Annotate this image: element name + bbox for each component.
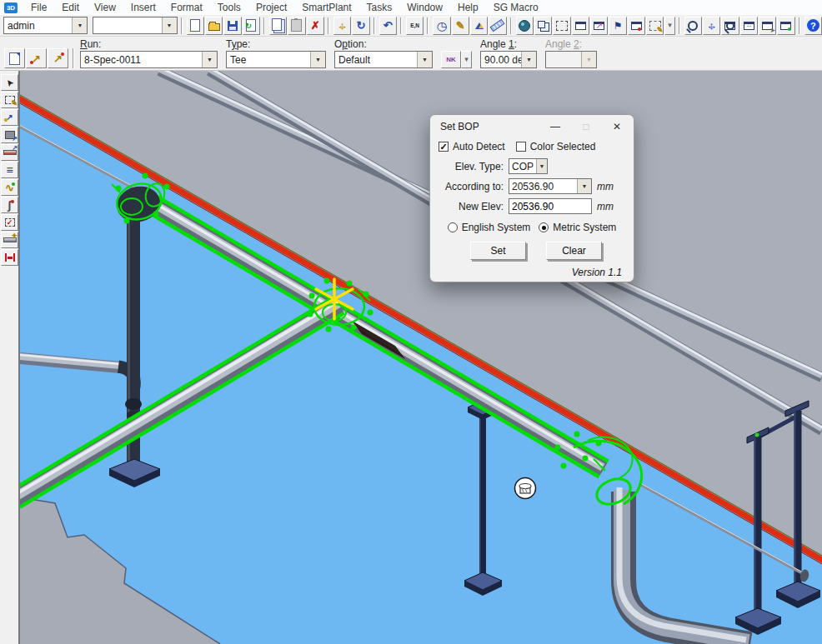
viewport-3d[interactable] <box>18 71 822 644</box>
english-system-radio[interactable] <box>448 222 458 232</box>
chevron-down-icon[interactable]: ▼ <box>521 52 536 67</box>
fit-view-button[interactable]: ↔ <box>740 17 758 35</box>
sketch-button[interactable]: ✎ <box>452 17 469 35</box>
close-icon[interactable]: ✕ <box>610 121 624 132</box>
menu-project[interactable]: Project <box>248 0 294 15</box>
minimize-icon[interactable]: — <box>549 121 562 132</box>
insert-component-button[interactable]: ≡ <box>1 162 18 178</box>
chevron-down-icon[interactable]: ▼ <box>536 159 547 173</box>
menu-format[interactable]: Format <box>163 0 210 15</box>
route-start-button[interactable]: ↗ <box>26 48 47 68</box>
option-combo[interactable]: Default ▼ <box>334 51 433 68</box>
chevron-down-icon[interactable]: ▼ <box>417 52 432 67</box>
session-combo[interactable]: admin ▼ <box>3 17 88 34</box>
chevron-down-icon[interactable]: ▼ <box>162 17 177 33</box>
pinpoint-button[interactable]: E,N <box>406 17 424 35</box>
fitting-symbol-dropdown[interactable]: ▾ <box>461 51 472 68</box>
route-end-button[interactable]: ↗ <box>48 48 68 68</box>
dialog-title: Set BOP <box>440 121 531 132</box>
save-icon <box>228 21 238 31</box>
render-view-button[interactable] <box>516 17 534 35</box>
view-by-points-button[interactable]: ➤ <box>759 17 776 35</box>
measure-button[interactable] <box>470 17 488 35</box>
place-instrument-button[interactable]: ∿ <box>1 179 18 196</box>
fitting-symbol-button[interactable]: NK <box>441 51 461 68</box>
delete-button[interactable]: ✗ <box>307 17 324 35</box>
view-rotate-button[interactable] <box>628 17 645 35</box>
copy-button[interactable] <box>269 17 287 35</box>
zoom-button[interactable] <box>684 17 702 35</box>
menu-view[interactable]: View <box>87 0 123 15</box>
paste-object-button[interactable] <box>553 17 570 35</box>
set-button[interactable]: Set <box>470 242 526 260</box>
new-window-button[interactable] <box>572 17 589 35</box>
refresh-workspace-button[interactable]: ↻ <box>243 17 260 35</box>
pan-button[interactable]: ↔ ↕ <box>703 17 720 35</box>
menu-sg-macro[interactable]: SG Macro <box>486 0 546 15</box>
dialog-title-bar[interactable]: Set BOP — □ ✕ <box>430 115 634 137</box>
run-field: Run: 8-Spec-0011 ▼ <box>80 38 218 68</box>
clear-button[interactable]: Clear <box>546 242 602 260</box>
zoom-to-object-button[interactable]: ↗ <box>590 17 608 35</box>
weld-point-icon <box>4 118 8 122</box>
fence-select-tool-button[interactable]: ✎ <box>1 92 18 108</box>
place-equipment-button[interactable]: ↗ <box>1 127 18 143</box>
undo-button[interactable]: ↶ <box>379 17 397 35</box>
auto-detect-checkbox[interactable]: ✓ <box>439 142 449 152</box>
filter-combo[interactable]: ▼ <box>93 17 177 34</box>
help-button[interactable]: ? <box>804 17 822 35</box>
new-file-button[interactable] <box>187 17 204 35</box>
according-to-combo[interactable]: 20536.90 ▼ <box>509 178 592 194</box>
elev-type-combo[interactable]: COP ▼ <box>509 158 548 174</box>
angle1-combo[interactable]: 90.00 deg ▼ <box>480 51 537 68</box>
open-button[interactable] <box>205 17 223 35</box>
arrow-ne-icon: ↗ <box>596 22 603 30</box>
paste-button[interactable] <box>288 17 305 35</box>
chevron-down-icon[interactable]: ▼ <box>72 17 87 33</box>
menu-bar: 3D File Edit View Insert Format Tools Pr… <box>0 0 822 16</box>
properties-button[interactable] <box>4 48 25 68</box>
measure-time-button[interactable]: ◷ <box>433 17 450 35</box>
metric-system-radio[interactable] <box>539 222 549 232</box>
option-label: Option: <box>334 38 433 51</box>
type-label: Type: <box>226 38 326 51</box>
menu-insert[interactable]: Insert <box>123 0 163 15</box>
select-filter-button[interactable]: ✓ <box>1 214 18 231</box>
place-weld-button[interactable]: ↗ <box>1 109 18 126</box>
color-selected-checkbox[interactable] <box>516 142 526 152</box>
copy-object-button[interactable] <box>534 17 552 35</box>
chevron-down-icon[interactable]: ▼ <box>310 52 325 67</box>
menu-edit[interactable]: Edit <box>54 0 87 15</box>
scene-3d[interactable] <box>20 71 822 644</box>
toolbar-separator <box>427 17 429 34</box>
save-button[interactable] <box>223 17 241 35</box>
globe-icon <box>519 20 530 32</box>
new-elev-input[interactable] <box>509 198 592 214</box>
flag-button[interactable]: ⚑ <box>609 17 626 35</box>
menu-help[interactable]: Help <box>450 0 486 15</box>
menu-smartplant[interactable]: SmartPlant <box>294 0 358 15</box>
route-pipe-button[interactable]: ↗ <box>1 144 18 161</box>
menu-tools[interactable]: Tools <box>210 0 248 15</box>
menu-file[interactable]: File <box>23 0 54 15</box>
chevron-down-icon[interactable]: ▼ <box>202 52 217 67</box>
place-feature-button[interactable]: ✦ <box>1 232 18 248</box>
chevron-down-icon[interactable]: ▼ <box>577 179 591 193</box>
rotate-button[interactable]: ↻ <box>352 17 369 35</box>
fence-select-button[interactable]: ✎ <box>646 17 664 35</box>
vertical-toolbar: ➤ ✎ ↗ ↗ ↗ ≡ ∿ ∫ ✓ ✦ <box>0 71 18 644</box>
spool-limits-button[interactable] <box>1 249 18 266</box>
move-button[interactable]: ↔ ↕ <box>333 17 351 35</box>
zoom-area-button[interactable] <box>721 17 739 35</box>
run-combo[interactable]: 8-Spec-0011 ▼ <box>80 51 218 68</box>
menu-tasks[interactable]: Tasks <box>359 0 400 15</box>
fence-select-dropdown[interactable]: ▾ <box>664 17 674 35</box>
paste-icon <box>291 19 302 32</box>
workspace-window-button[interactable] <box>777 17 794 35</box>
menu-window[interactable]: Window <box>399 0 450 15</box>
select-tool-button[interactable]: ➤ <box>1 74 18 91</box>
place-bend-button[interactable]: ∫ <box>1 197 18 213</box>
toolbar-separator <box>799 17 800 34</box>
ruler-button[interactable] <box>489 17 506 35</box>
type-combo[interactable]: Tee ▼ <box>226 51 326 68</box>
